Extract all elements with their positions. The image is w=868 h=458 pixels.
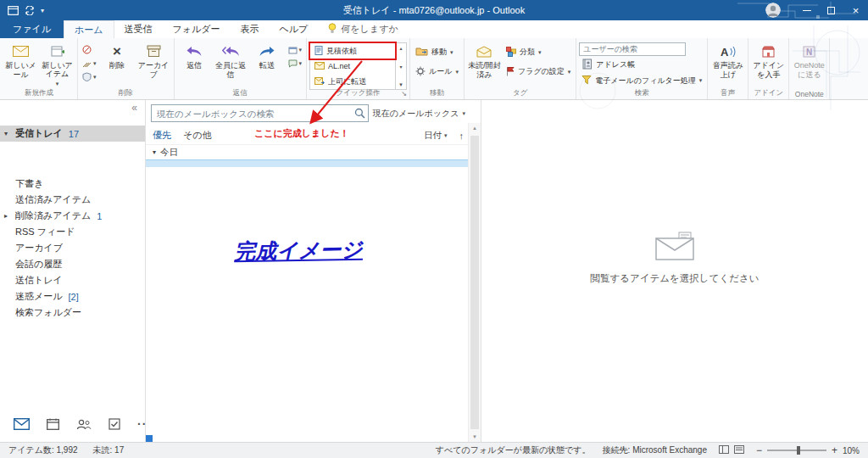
im-button[interactable]: ▾ — [287, 57, 304, 70]
meeting-button[interactable]: ▾ — [287, 43, 304, 56]
tab-focused[interactable]: 優先 — [153, 129, 171, 142]
folder-junk[interactable]: 迷惑メール[2] — [0, 288, 145, 304]
reply-label: 返信 — [186, 61, 202, 70]
ribbon-group-delete: ▾ ▾ × 削除 アーカイブ 削除 — [78, 38, 175, 99]
filter-email-button[interactable]: 電子メールのフィルター処理 ▾ — [579, 73, 704, 88]
qat-customize-arrow[interactable]: ▾ — [41, 7, 44, 14]
find-user-input[interactable] — [579, 42, 686, 56]
tab-view[interactable]: 表示 — [231, 20, 270, 38]
ignore-button[interactable] — [81, 43, 98, 56]
gallery-up-icon[interactable]: ▴ — [400, 45, 403, 51]
scrollbar-thumb[interactable] — [470, 136, 479, 429]
archive-icon — [147, 42, 161, 60]
reply-all-button[interactable]: 全員に返信 — [214, 41, 248, 88]
chevron-down-icon: ▾ — [450, 49, 453, 56]
folder-search-folders[interactable]: 検索フォルダー — [0, 304, 145, 321]
group-header-today[interactable]: ▾ 今日 — [146, 144, 468, 159]
reply-button[interactable]: 返信 — [177, 41, 212, 88]
expand-triangle-icon[interactable]: ▸ — [4, 212, 8, 220]
folder-deleted[interactable]: ▸削除済みアイテム1 — [0, 208, 145, 224]
tab-file[interactable]: ファイル — [0, 20, 64, 38]
tasks-nav-icon[interactable] — [108, 418, 120, 430]
quick-step-forward-to-boss[interactable]: 上司に転送 — [310, 74, 395, 89]
send-to-onenote-button[interactable]: N OneNote に送る — [792, 41, 826, 88]
mail-nav-icon[interactable] — [14, 418, 30, 430]
gallery-down-icon[interactable]: ▾ — [400, 64, 403, 70]
tab-home[interactable]: ホーム — [64, 20, 114, 38]
get-addins-button[interactable]: アドインを入手 — [751, 41, 786, 88]
folder-rss[interactable]: RSS フィード — [0, 224, 145, 240]
read-aloud-button[interactable]: A 音声読み上げ — [710, 41, 745, 88]
categorize-button[interactable]: 分類 ▾ — [504, 44, 573, 60]
new-mail-button[interactable]: 新しいメール — [3, 41, 38, 88]
collapse-folder-pane-button[interactable]: « — [131, 102, 137, 114]
forward-button[interactable]: 転送 — [250, 41, 285, 88]
group-header-label: 今日 — [160, 147, 178, 159]
delete-button[interactable]: × 削除 — [100, 41, 135, 88]
close-button[interactable]: × — [843, 0, 868, 20]
tab-folder[interactable]: フォルダー — [163, 20, 231, 38]
folder-label: 送信済みアイテム — [15, 193, 91, 206]
folder-archive[interactable]: アーカイブ — [0, 240, 145, 256]
sort-direction-button[interactable]: ↑ — [459, 131, 465, 141]
group-collapse-icon[interactable]: ▾ — [153, 148, 156, 156]
selected-empty-row[interactable] — [146, 159, 468, 167]
tab-send-receive[interactable]: 送受信 — [114, 20, 163, 38]
quick-step-alnet[interactable]: AL.net — [310, 59, 395, 74]
account-avatar[interactable] — [765, 3, 781, 18]
search-icon[interactable] — [354, 108, 365, 120]
search-input[interactable] — [151, 104, 369, 122]
collapse-triangle-icon[interactable]: ▾ — [4, 130, 8, 137]
folder-outbox[interactable]: 送信トレイ — [0, 272, 145, 288]
minimize-button[interactable] — [794, 0, 819, 20]
cleanup-button[interactable]: ▾ — [81, 57, 98, 70]
archive-button[interactable]: アーカイブ — [136, 41, 171, 88]
folder-sent[interactable]: 送信済みアイテム — [0, 192, 145, 208]
zoom-slider[interactable] — [767, 450, 826, 451]
tell-me-box[interactable]: 何をしますか — [318, 20, 408, 38]
maximize-button[interactable] — [819, 0, 843, 20]
flag-button[interactable]: フラグの設定 ▾ — [504, 64, 573, 80]
quick-step-label: 上司に転送 — [328, 76, 366, 87]
svg-text:N: N — [806, 47, 812, 57]
address-book-button[interactable]: アドレス帳 — [579, 58, 704, 73]
item-count-badge: 1 — [97, 211, 102, 221]
tab-help[interactable]: ヘルプ — [270, 20, 319, 38]
zoom-slider-thumb[interactable] — [797, 446, 800, 455]
tab-other[interactable]: その他 — [183, 129, 212, 142]
people-nav-icon[interactable] — [76, 419, 92, 430]
chevron-down-icon: ▾ — [299, 60, 303, 67]
quick-step-estimate-request[interactable]: 見積依頼 — [310, 43, 395, 59]
calendar-nav-icon[interactable] — [47, 418, 59, 430]
new-items-button[interactable]: 新しいアイテム ▾ — [40, 41, 75, 88]
horizontal-scrollbar-thumb[interactable] — [146, 435, 153, 442]
zoom-in-button[interactable]: + — [832, 444, 837, 456]
gallery-scroll-arrows[interactable]: ▴▾▼ — [395, 43, 406, 89]
chevron-down-icon: ▾ — [93, 60, 97, 67]
scroll-down-arrow[interactable]: ▼ — [469, 434, 481, 439]
folder-conversation-history[interactable]: 会話の履歴 — [0, 256, 145, 272]
normal-view-button[interactable] — [719, 445, 729, 455]
folder-label: 会話の履歴 — [15, 258, 62, 271]
sort-by-dropdown[interactable]: 日付▾ — [424, 130, 448, 142]
send-receive-icon[interactable] — [25, 6, 35, 15]
unread-read-button[interactable]: 未読/開封済み — [467, 41, 502, 88]
ribbon-group-new: 新しいメール 新しいアイテム ▾ 新規作成 — [1, 38, 78, 99]
zoom-out-button[interactable]: − — [756, 444, 762, 456]
move-button[interactable]: 移動 ▾ — [413, 44, 461, 60]
folder-drafts[interactable]: 下書き — [0, 176, 145, 192]
scroll-up-arrow[interactable]: ▲ — [469, 126, 481, 131]
folder-inbox[interactable]: ▾ 受信トレイ 17 — [0, 126, 145, 142]
folder-label: 受信トレイ — [15, 127, 63, 140]
gallery-more-icon[interactable]: ▼ — [398, 82, 403, 87]
delete-label: 削除 — [109, 61, 125, 70]
reply-icon — [186, 42, 203, 60]
filter-email-label: 電子メールのフィルター処理 — [595, 75, 695, 87]
reading-view-button[interactable] — [734, 445, 744, 455]
rules-button[interactable]: ルール ▾ — [413, 64, 461, 80]
mailbox-scope-dropdown[interactable]: 現在のメールボックス ▾ — [373, 108, 465, 120]
junk-button[interactable]: ▾ — [81, 70, 98, 83]
open-envelope-icon — [476, 42, 492, 60]
lightbulb-icon — [328, 23, 337, 36]
vertical-scrollbar[interactable]: ▲ ▼ — [468, 123, 481, 442]
